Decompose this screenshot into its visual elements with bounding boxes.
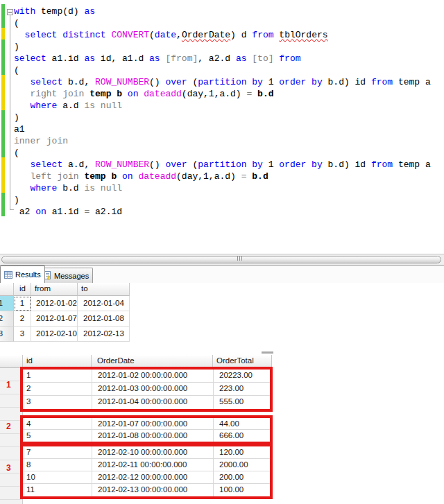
scrollbar-thumb[interactable]: [1, 256, 441, 263]
table-cell[interactable]: 5: [23, 430, 92, 442]
column-header-id[interactable]: id: [14, 283, 31, 296]
table-row: 82012-02-11 00:00:00.0002000.00: [23, 459, 270, 471]
sql-code[interactable]: with temp(d) as( select distinct CONVERT…: [14, 6, 431, 218]
code-token: select: [30, 77, 68, 87]
table-cell[interactable]: 1: [23, 370, 92, 382]
code-token: from: [252, 30, 279, 40]
table-cell[interactable]: 2000.00: [213, 459, 270, 471]
table-cell[interactable]: 120.00: [213, 446, 270, 458]
code-token: partition by: [198, 159, 268, 170]
code-token: order by: [279, 77, 327, 87]
table-cell[interactable]: 2: [23, 383, 92, 395]
table-cell[interactable]: 2: [14, 311, 31, 327]
table-cell[interactable]: 2012-01-02: [31, 296, 78, 311]
code-token: is null: [84, 183, 122, 193]
code-line[interactable]: (: [14, 17, 431, 29]
table-cell[interactable]: 8: [23, 459, 92, 471]
code-line[interactable]: ): [14, 194, 431, 206]
table-cell[interactable]: 555.00: [213, 396, 270, 409]
code-token: a2: [14, 207, 35, 217]
table-cell[interactable]: 666.00: [213, 430, 270, 442]
table-cell[interactable]: 2012-01-08 00:00:00.000: [92, 430, 213, 442]
table-cell[interactable]: 2012-01-02 00:00:00.000: [92, 370, 213, 382]
code-line[interactable]: select a.d, ROW_NUMBER() over (partition…: [14, 159, 431, 171]
code-line[interactable]: ): [14, 112, 431, 123]
table-cell[interactable]: 2012-01-08: [78, 311, 130, 327]
table-cell[interactable]: 2012-02-10: [31, 327, 78, 342]
column-header-from[interactable]: from: [31, 283, 78, 296]
table-cell[interactable]: 2012-01-07: [31, 311, 78, 327]
code-token: over: [165, 159, 192, 170]
code-line[interactable]: ): [14, 41, 431, 53]
table-cell[interactable]: 4: [23, 418, 92, 429]
code-line[interactable]: where a.d is null: [14, 100, 431, 112]
code-token: as: [236, 53, 252, 64]
code-line[interactable]: select b.d, ROW_NUMBER() over (partition…: [14, 76, 431, 88]
code-token: [14, 30, 25, 40]
table-cell[interactable]: 223.00: [213, 383, 270, 395]
tab-messages[interactable]: Messages: [40, 268, 93, 283]
change-bar-yellow: [1, 87, 5, 98]
table-cell[interactable]: 20223.00: [213, 370, 270, 382]
code-token: (: [14, 148, 19, 158]
row-header[interactable]: 3: [0, 327, 14, 342]
table-cell[interactable]: 2012-01-07 00:00:00.000: [92, 418, 213, 429]
table-cell[interactable]: 3: [23, 396, 92, 409]
sql-editor[interactable]: with temp(d) as( select distinct CONVERT…: [0, 0, 444, 254]
code-token: date: [155, 30, 176, 40]
code-line[interactable]: a1: [14, 123, 431, 135]
table-cell[interactable]: 10: [23, 471, 92, 483]
code-line[interactable]: right join temp b on dateadd(day,1,a.d) …: [14, 88, 431, 100]
code-token: select distinct: [25, 30, 112, 40]
table-cell[interactable]: 44.00: [213, 418, 270, 429]
code-token: ): [14, 112, 19, 123]
table-cell[interactable]: 2012-02-10 00:00:00.000: [92, 446, 213, 458]
table-row: 332012-02-102012-02-13: [0, 327, 130, 342]
table-row: 32012-01-04 00:00:00.000555.00: [23, 396, 270, 409]
tab-results[interactable]: Results: [0, 266, 45, 283]
code-token: as: [84, 53, 100, 64]
row-header-corner[interactable]: [0, 283, 14, 296]
code-line[interactable]: left join temp b on dateadd(day,1,a.d) =…: [14, 171, 431, 182]
results-grid-icon: [4, 270, 13, 279]
code-token: right join: [30, 89, 89, 99]
change-bar-yellow: [1, 157, 5, 169]
table-cell[interactable]: 3: [14, 327, 31, 342]
code-line[interactable]: where b.d is null: [14, 182, 431, 194]
table-cell[interactable]: 2012-01-04: [78, 296, 130, 311]
change-bar-green: [1, 40, 5, 51]
horizontal-scrollbar[interactable]: [0, 254, 444, 266]
code-token: over: [165, 77, 192, 87]
code-line[interactable]: (: [14, 147, 431, 159]
code-line[interactable]: with temp(d) as: [14, 6, 431, 17]
table-cell[interactable]: 7: [23, 446, 92, 458]
code-line[interactable]: a2 on a1.id = a2.id: [14, 206, 431, 218]
table-cell[interactable]: 2012-02-13 00:00:00.000: [92, 484, 213, 496]
code-line[interactable]: inner join: [14, 135, 431, 147]
code-token: left join: [30, 171, 84, 182]
row-header[interactable]: 1: [0, 296, 14, 311]
table-cell[interactable]: 2012-01-04 00:00:00.000: [92, 396, 213, 409]
row-number: 2: [0, 311, 8, 322]
table-cell[interactable]: 1: [14, 296, 31, 311]
collapse-region-icon[interactable]: [7, 9, 13, 15]
code-token: as: [84, 6, 95, 17]
table-cell[interactable]: 200.00: [213, 471, 270, 483]
table-cell[interactable]: 2012-02-11 00:00:00.000: [92, 459, 213, 471]
code-line[interactable]: select distinct CONVERT(date,OrderDate) …: [14, 29, 431, 41]
code-token: [to]: [252, 53, 279, 64]
table-cell[interactable]: 2012-02-12 00:00:00.000: [92, 471, 213, 483]
code-line[interactable]: (: [14, 64, 431, 76]
column-header-to[interactable]: to: [78, 283, 130, 296]
code-line[interactable]: select a1.id as id, a1.d as [from], a2.d…: [14, 53, 431, 64]
table-cell[interactable]: 100.00: [213, 484, 270, 496]
code-token: [14, 183, 30, 193]
table-cell[interactable]: 2012-01-03 00:00:00.000: [92, 383, 213, 395]
code-token: b.d,: [68, 77, 95, 87]
table-cell[interactable]: 2012-02-13: [78, 327, 130, 342]
row-header[interactable]: 2: [0, 311, 14, 327]
code-token: dateadd: [144, 89, 182, 99]
highlight-group-box: 72012-02-10 00:00:00.000120.0082012-02-1…: [20, 444, 273, 499]
table-cell[interactable]: 11: [23, 484, 92, 496]
code-token: b.d: [62, 183, 84, 193]
